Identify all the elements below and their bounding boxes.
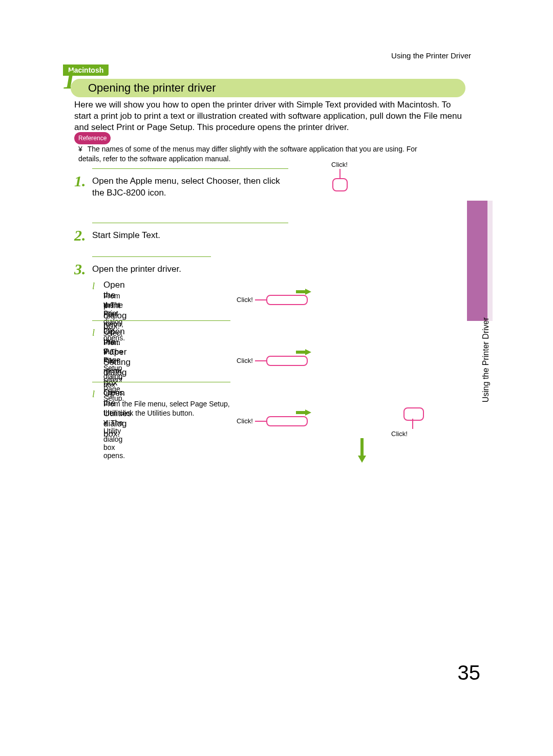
- rule: [92, 382, 230, 382]
- bullet-icon: l: [92, 389, 95, 400]
- svg-marker-0: [296, 289, 311, 295]
- bullet-yen-icon: ¥: [103, 301, 111, 309]
- reference-row: Reference ¥ The names of some of the men…: [74, 132, 469, 164]
- bullet-yen-icon: ¥: [78, 144, 86, 154]
- svg-marker-1: [296, 349, 311, 355]
- click-label: Click!: [237, 417, 253, 425]
- page-number: 35: [458, 661, 481, 684]
- click-label: Click!: [331, 161, 348, 168]
- substep-desc: From the File menu, select Page Setup, t…: [103, 399, 237, 418]
- callout-line: [339, 169, 341, 178]
- reference-text: ¥ The names of some of the menus may dif…: [78, 144, 432, 164]
- rule: [92, 223, 288, 223]
- callout-target-box: [332, 178, 348, 191]
- callout-line: [255, 360, 266, 361]
- section-title-bar: Opening the printer driver: [71, 79, 465, 97]
- click-label: Click!: [237, 296, 253, 304]
- section-title: Opening the printer driver: [88, 81, 216, 95]
- side-tab: [467, 201, 487, 321]
- rule: [92, 168, 288, 169]
- bullet-icon: l: [92, 328, 95, 338]
- side-stripe: [487, 201, 493, 321]
- step-text: Start Simple Text.: [92, 230, 288, 242]
- bullet-yen-icon: ¥: [103, 419, 111, 427]
- step-number: 2.: [74, 227, 86, 244]
- callout-target-box: [266, 356, 308, 366]
- arrow-right-icon: [296, 409, 311, 416]
- rule: [92, 320, 230, 321]
- arrow-right-icon: [296, 289, 311, 295]
- intro-paragraph: Here we will show you how to open the pr…: [74, 99, 469, 133]
- svg-marker-3: [358, 438, 366, 463]
- arrow-right-icon: [296, 349, 311, 355]
- callout-target-box: [403, 407, 424, 421]
- step-number: 3.: [74, 261, 86, 278]
- callout-target-box: [266, 416, 308, 426]
- bullet-icon: l: [92, 281, 95, 292]
- manual-page: Using the Printer Driver Macintosh 1 Ope…: [0, 0, 553, 756]
- step-text: Open the Apple menu, select Chooser, the…: [92, 176, 288, 199]
- callout-line: [255, 299, 266, 300]
- click-label: Click!: [237, 357, 253, 364]
- side-tab-label: Using the Printer Driver: [481, 317, 491, 402]
- callout-line: [412, 419, 413, 429]
- callout-line: [255, 421, 266, 422]
- click-label: Click!: [391, 430, 408, 438]
- callout-target-box: [266, 295, 308, 305]
- reference-badge: Reference: [74, 132, 111, 144]
- bullet-yen-icon: ¥: [103, 348, 111, 356]
- step-number: 1.: [74, 172, 86, 190]
- arrow-down-icon: [358, 438, 366, 463]
- reference-body: The names of some of the menus may diffe…: [78, 145, 417, 163]
- running-header: Using the Printer Driver: [391, 51, 471, 60]
- step-text: Open the printer driver.: [92, 264, 288, 275]
- rule: [92, 256, 211, 257]
- substep-note: ¥The Utility dialog box opens.: [103, 419, 125, 460]
- svg-marker-2: [296, 409, 311, 416]
